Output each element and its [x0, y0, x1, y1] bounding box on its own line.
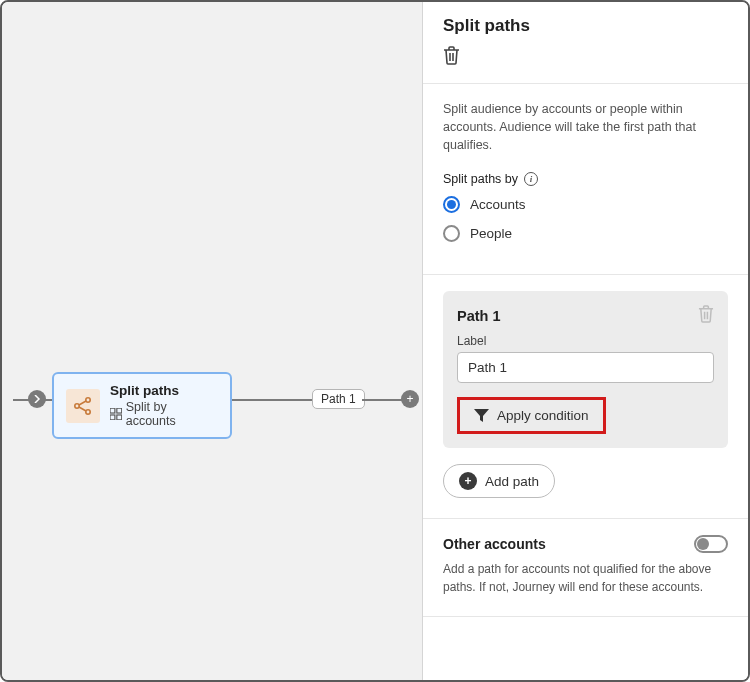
svg-line-3 — [79, 401, 86, 405]
properties-panel: Split paths Split audience by accounts o… — [422, 2, 748, 680]
split-by-label: Split paths by i — [443, 172, 728, 186]
svg-rect-6 — [117, 408, 122, 413]
add-node-icon[interactable]: + — [401, 390, 419, 408]
other-accounts-section: Other accounts Add a path for accounts n… — [423, 519, 748, 617]
path-label-input[interactable] — [457, 352, 714, 383]
panel-title: Split paths — [443, 16, 728, 36]
svg-rect-8 — [117, 415, 122, 420]
radio-people[interactable]: People — [443, 225, 728, 242]
edge-segment — [232, 399, 317, 401]
path-card: Path 1 Label Apply condition — [443, 291, 728, 448]
svg-point-2 — [86, 409, 90, 413]
path-name: Path 1 — [457, 308, 501, 324]
trash-icon — [698, 305, 714, 323]
delete-node-button[interactable] — [443, 46, 460, 65]
accounts-icon — [110, 408, 122, 420]
edge-collapse-chevron-icon[interactable] — [28, 390, 46, 408]
app-frame: Split paths Split by accounts Path 1 + S… — [0, 0, 750, 682]
info-icon[interactable]: i — [524, 172, 538, 186]
add-path-button[interactable]: + Add path — [443, 464, 555, 498]
edge-path-label[interactable]: Path 1 — [312, 389, 365, 409]
node-title: Split paths — [110, 383, 218, 398]
node-subtitle-text: Split by accounts — [126, 400, 218, 428]
paths-section: Path 1 Label Apply condition — [423, 275, 748, 519]
radio-people-label: People — [470, 226, 512, 241]
node-text: Split paths Split by accounts — [110, 383, 218, 428]
svg-rect-5 — [110, 408, 115, 413]
svg-point-0 — [75, 403, 79, 407]
path-card-header: Path 1 — [457, 305, 714, 326]
other-accounts-header: Other accounts — [443, 535, 728, 553]
svg-rect-7 — [110, 415, 115, 420]
apply-condition-label: Apply condition — [497, 408, 589, 423]
add-path-label: Add path — [485, 474, 539, 489]
radio-accounts[interactable]: Accounts — [443, 196, 728, 213]
split-icon — [66, 389, 100, 423]
svg-point-1 — [86, 397, 90, 401]
split-by-label-text: Split paths by — [443, 172, 518, 186]
plus-icon: + — [459, 472, 477, 490]
radio-icon — [443, 225, 460, 242]
other-accounts-description: Add a path for accounts not qualified fo… — [443, 561, 728, 596]
split-by-section: Split audience by accounts or people wit… — [423, 84, 748, 275]
journey-canvas[interactable]: Split paths Split by accounts Path 1 + — [2, 2, 422, 680]
other-accounts-title: Other accounts — [443, 536, 546, 552]
split-paths-node[interactable]: Split paths Split by accounts — [52, 372, 232, 439]
apply-condition-button[interactable]: Apply condition — [460, 400, 603, 431]
path-delete-button — [698, 305, 714, 326]
filter-icon — [474, 408, 489, 423]
svg-line-4 — [79, 407, 86, 411]
other-accounts-toggle[interactable] — [694, 535, 728, 553]
node-subtitle: Split by accounts — [110, 400, 218, 428]
panel-description: Split audience by accounts or people wit… — [443, 100, 728, 154]
trash-icon — [443, 46, 460, 65]
panel-header: Split paths — [423, 2, 748, 84]
path-label-field-label: Label — [457, 334, 714, 348]
radio-icon — [443, 196, 460, 213]
radio-accounts-label: Accounts — [470, 197, 526, 212]
highlight-annotation: Apply condition — [457, 397, 606, 434]
